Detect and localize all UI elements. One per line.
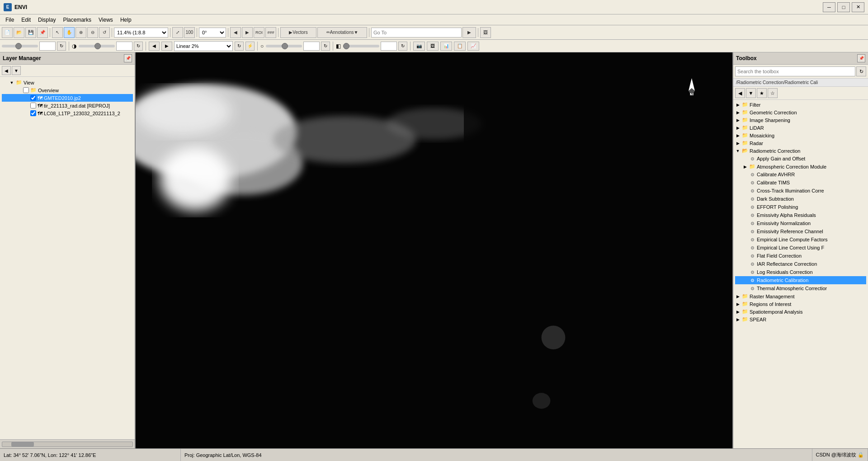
tool-item-roi[interactable]: ▶ 📁 Regions of Interest xyxy=(735,300,866,308)
tool-item-avhrr[interactable]: ⚙ Calibrate AVHRR xyxy=(735,170,866,179)
tool-item-radiometric[interactable]: ▼ 📂 Radiometric Correction xyxy=(735,147,866,155)
zoomout-button[interactable]: ⊖ xyxy=(87,27,98,38)
expand-geometric[interactable]: ▶ xyxy=(735,110,741,115)
tool-item-mosaicking[interactable]: ▶ 📁 Mosaicking xyxy=(735,132,866,139)
tool-item-radar[interactable]: ▶ 📁 Radar xyxy=(735,139,866,147)
layer-manager-pin[interactable]: 📌 xyxy=(124,54,132,62)
tool-item-crosstrack[interactable]: ⚙ Cross-Track Illumination Corre xyxy=(735,187,866,195)
expand-raster[interactable]: ▶ xyxy=(735,294,741,299)
expand-spear[interactable]: ▶ xyxy=(735,317,741,322)
tool-item-radcal[interactable]: ⚙ Radiometric Calibration xyxy=(735,276,866,284)
opacity-input[interactable]: 0 xyxy=(381,42,397,51)
h-scroll-thumb[interactable] xyxy=(11,442,34,447)
close-button[interactable]: ✕ xyxy=(852,2,864,12)
annotations-btn[interactable]: ✏ Annotations ▼ xyxy=(317,27,367,38)
expand-tir[interactable] xyxy=(24,103,29,108)
next-view-button[interactable]: ▶ xyxy=(242,27,253,38)
rotation-select[interactable]: 0° xyxy=(199,28,226,38)
stretch-refresh[interactable]: ↻ xyxy=(235,42,244,51)
open-button[interactable]: 📂 xyxy=(14,27,24,38)
expand-filter[interactable]: ▶ xyxy=(735,102,741,108)
menu-help[interactable]: Help xyxy=(117,16,135,24)
layer-expand-all[interactable]: ▼ xyxy=(12,66,21,75)
tool-item-sharpening[interactable]: ▶ 📁 Image Sharpening xyxy=(735,116,866,124)
minimize-button[interactable]: ─ xyxy=(823,2,835,12)
expand-view[interactable]: ▼ xyxy=(9,80,14,85)
menu-views[interactable]: Views xyxy=(95,16,117,24)
toolbox-star-empty-button[interactable]: ☆ xyxy=(768,88,778,98)
zoom-button[interactable]: ⊕ xyxy=(75,27,86,38)
tool-item-dark[interactable]: ⚙ Dark Subtraction xyxy=(735,195,866,203)
export-btn5[interactable]: 📈 xyxy=(467,42,479,51)
lc08-checkbox[interactable] xyxy=(30,110,36,116)
tool-item-spatio[interactable]: ▶ 📁 Spatiotemporal Analysis xyxy=(735,308,866,315)
stretch-prev[interactable]: ◀ xyxy=(149,42,160,51)
zoom-100-button[interactable]: 100 xyxy=(184,27,195,38)
contrast-input[interactable]: 20 xyxy=(116,42,132,51)
goto-input[interactable] xyxy=(371,28,462,38)
tool-item-emissref[interactable]: ⚙ Emissivity Reference Channel xyxy=(735,227,866,235)
expand-roi[interactable]: ▶ xyxy=(735,301,741,307)
tool-item-atmos[interactable]: ▶ 📁 Atmospheric Correction Module xyxy=(735,163,866,170)
cursor-button[interactable]: ↖ xyxy=(52,27,63,38)
tool-item-flatfield[interactable]: ⚙ Flat Field Correction xyxy=(735,252,866,260)
expand-mosaicking[interactable]: ▶ xyxy=(735,133,741,138)
export-btn1[interactable]: 📷 xyxy=(413,42,425,51)
goto-button[interactable]: ▶ xyxy=(462,27,476,38)
expand-atmos[interactable]: ▶ xyxy=(742,164,748,169)
pan-button[interactable]: ✋ xyxy=(64,27,75,38)
vectors-btn[interactable]: ▶ Vectors xyxy=(280,27,316,38)
tree-item-lc08[interactable]: 🗺 LC08_L1TP_123032_20221113_2 xyxy=(2,109,133,117)
chip-button[interactable]: 🖼 xyxy=(480,27,491,38)
roi-button[interactable]: ROI xyxy=(254,27,264,38)
stretch-next[interactable]: ▶ xyxy=(161,42,172,51)
expand-gmted[interactable] xyxy=(24,95,29,101)
toolbox-search-input[interactable] xyxy=(735,66,855,76)
stretch-apply[interactable]: ⚡ xyxy=(245,42,255,51)
opacity-thumb[interactable] xyxy=(343,43,349,49)
tool-item-emissalpha[interactable]: ⚙ Emissivity Alpha Residuals xyxy=(735,211,866,219)
toolbox-search-refresh[interactable]: ↻ xyxy=(856,66,866,76)
menu-display[interactable]: Display xyxy=(34,16,59,24)
expand-radiometric[interactable]: ▼ xyxy=(735,148,741,154)
expand-lc08[interactable] xyxy=(24,111,29,116)
export-btn4[interactable]: 📋 xyxy=(454,42,466,51)
tool-item-thermal[interactable]: ⚙ Thermal Atmospheric Correctior xyxy=(735,284,866,292)
contrast-refresh[interactable]: ↻ xyxy=(134,42,143,51)
stretch-type-select[interactable]: Linear 2% xyxy=(174,41,233,51)
tool-item-apply-gain[interactable]: ⚙ Apply Gain and Offset xyxy=(735,155,866,163)
tool-item-raster[interactable]: ▶ 📁 Raster Management xyxy=(735,292,866,300)
tool-item-effort[interactable]: ⚙ EFFORT Polishing xyxy=(735,203,866,211)
toolbox-down-button[interactable]: ▼ xyxy=(746,88,756,98)
gmted-checkbox[interactable] xyxy=(30,95,36,101)
tree-item-tir[interactable]: 🗺 tir_221113_rad.dat [REPROJ] xyxy=(2,102,133,109)
menu-file[interactable]: File xyxy=(2,16,18,24)
menu-placemarks[interactable]: Placemarks xyxy=(59,16,95,24)
tool-item-tims[interactable]: ⚙ Calibrate TIMS xyxy=(735,179,866,187)
sharpen-refresh[interactable]: ↻ xyxy=(321,42,330,51)
toolbox-star-button[interactable]: ★ xyxy=(757,88,767,98)
tool-item-empirical2[interactable]: ⚙ Empirical Line Correct Using F xyxy=(735,244,866,252)
brightness-track[interactable] xyxy=(2,45,38,47)
expand-lidar[interactable]: ▶ xyxy=(735,125,741,131)
expand-spatio[interactable]: ▶ xyxy=(735,309,741,315)
rotate-button[interactable]: ↺ xyxy=(99,27,110,38)
overview-checkbox[interactable] xyxy=(23,87,29,93)
opacity-track[interactable] xyxy=(343,45,379,47)
sharpen-track[interactable] xyxy=(266,45,302,47)
sharpen-thumb[interactable] xyxy=(282,43,288,49)
export-btn2[interactable]: 🖼 xyxy=(427,42,439,51)
image-viewer[interactable]: N xyxy=(136,52,732,448)
tool-item-emissnorm[interactable]: ⚙ Emissivity Normalization xyxy=(735,219,866,227)
tir-checkbox[interactable] xyxy=(30,103,36,108)
save-button[interactable]: 💾 xyxy=(25,27,36,38)
opacity-refresh[interactable]: ↻ xyxy=(398,42,407,51)
tree-item-view[interactable]: ▼ 📁 View xyxy=(2,79,133,86)
brightness-input[interactable]: 50 xyxy=(39,42,56,51)
toolbox-pin[interactable]: 📌 xyxy=(857,54,865,62)
tool-item-spear[interactable]: ▶ 📁 SPEAR xyxy=(735,315,866,323)
layer-collapse-all[interactable]: ◀ xyxy=(2,66,11,75)
zoom-select[interactable]: 11.4% (1:8.8 xyxy=(114,28,168,38)
expand-sharpening[interactable]: ▶ xyxy=(735,118,741,123)
tree-item-overview[interactable]: 📁 Overview xyxy=(2,86,133,94)
